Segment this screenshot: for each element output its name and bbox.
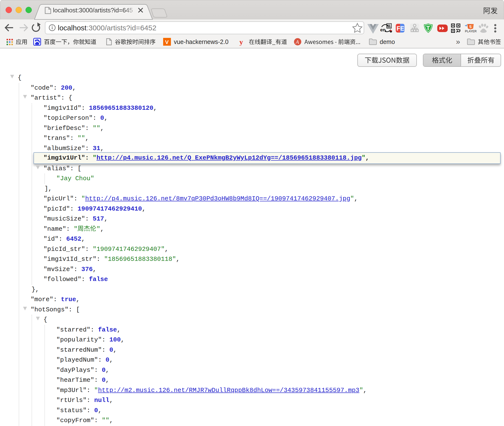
svg-text:PLAYER: PLAYER (465, 30, 477, 33)
svg-text:5: 5 (469, 25, 471, 29)
svg-text:V: V (165, 39, 169, 45)
svg-text:en: en (380, 27, 386, 32)
svg-text:y: y (239, 38, 243, 46)
svg-text:E: E (400, 25, 404, 32)
svg-text:F: F (397, 25, 400, 32)
svg-text:A: A (295, 39, 299, 45)
svg-text:T: T (426, 25, 430, 31)
svg-text:localhost:3000/artists?id=6452: localhost:3000/artists?id=6452 (58, 24, 156, 32)
